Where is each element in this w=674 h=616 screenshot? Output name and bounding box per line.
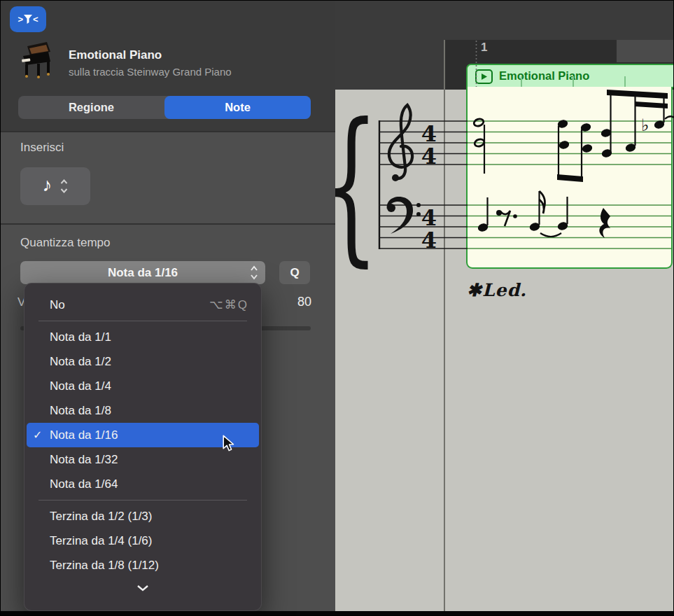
stepper-chevrons-icon	[60, 179, 68, 193]
menu-item-nota-1-2[interactable]: Nota da 1/2	[24, 349, 261, 374]
insert-section-label: Inserisci	[20, 141, 64, 155]
region-play-icon[interactable]	[475, 69, 493, 84]
funnel-icon	[24, 15, 32, 24]
select-chevrons-icon	[250, 265, 258, 280]
region-title: Emotional Piano	[69, 48, 162, 62]
inspector-tabbar: Regione Note	[18, 96, 311, 119]
section-divider	[1, 223, 335, 225]
garageband-score-editor-window: 1 Emotional Piano {	[0, 0, 674, 616]
menu-separator	[38, 500, 247, 500]
quantize-select[interactable]: Nota da 1/16	[20, 261, 265, 284]
tab-regione[interactable]: Regione	[18, 96, 164, 119]
menu-separator	[38, 321, 247, 321]
region-name: Emotional Piano	[499, 69, 589, 83]
ruler-bar-number: 1	[481, 41, 487, 55]
menu-item-terzina-1-8[interactable]: Terzina da 1/8 (1/12)	[24, 553, 261, 578]
midi-filter-button[interactable]: > <	[10, 6, 46, 32]
menu-item-no[interactable]: No ⌥⌘Q	[24, 293, 261, 317]
insert-note-value-stepper[interactable]: ♪	[20, 167, 90, 205]
chevron-left-glyph: <	[33, 14, 38, 24]
chevron-right-glyph: >	[17, 14, 23, 24]
score-margin-line	[444, 40, 445, 611]
menu-item-terzina-1-2[interactable]: Terzina da 1/2 (1/3)	[24, 504, 261, 528]
tab-note[interactable]: Note	[164, 96, 311, 119]
chevron-down-icon	[136, 584, 149, 592]
menu-item-nota-1-64[interactable]: Nota da 1/64	[24, 472, 261, 496]
menu-scroll-more[interactable]	[24, 579, 261, 597]
beat-tick	[624, 76, 626, 87]
menu-item-terzina-1-4[interactable]: Terzina da 1/4 (1/6)	[24, 528, 261, 553]
window-bottom-border	[1, 611, 674, 616]
menu-item-nota-1-8[interactable]: Nota da 1/8	[24, 398, 261, 423]
beat-tick	[573, 76, 574, 87]
quantize-apply-button[interactable]: Q	[279, 261, 310, 284]
menu-shortcut: ⌥⌘Q	[209, 298, 248, 312]
checkmark-icon: ✓	[33, 428, 42, 442]
mouse-cursor-icon	[221, 435, 237, 453]
quantize-selected-value: Nota da 1/16	[108, 266, 178, 280]
region-header[interactable]: Emotional Piano	[466, 64, 674, 88]
beat-tick	[521, 76, 522, 87]
pedal-marking: ✱Led.	[467, 280, 527, 300]
eighth-note-icon: ♪	[43, 176, 52, 195]
velocity-value: 80	[283, 295, 311, 309]
ruler-highlight-block	[617, 40, 674, 62]
track-subtitle: sulla traccia Steinway Grand Piano	[69, 66, 232, 78]
region-body[interactable]	[466, 87, 673, 269]
menu-item-nota-1-1[interactable]: Nota da 1/1	[24, 325, 261, 349]
quantize-section-label: Quantizza tempo	[20, 236, 111, 250]
grand-piano-icon	[19, 41, 54, 80]
menu-item-nota-1-4[interactable]: Nota da 1/4	[24, 374, 261, 398]
